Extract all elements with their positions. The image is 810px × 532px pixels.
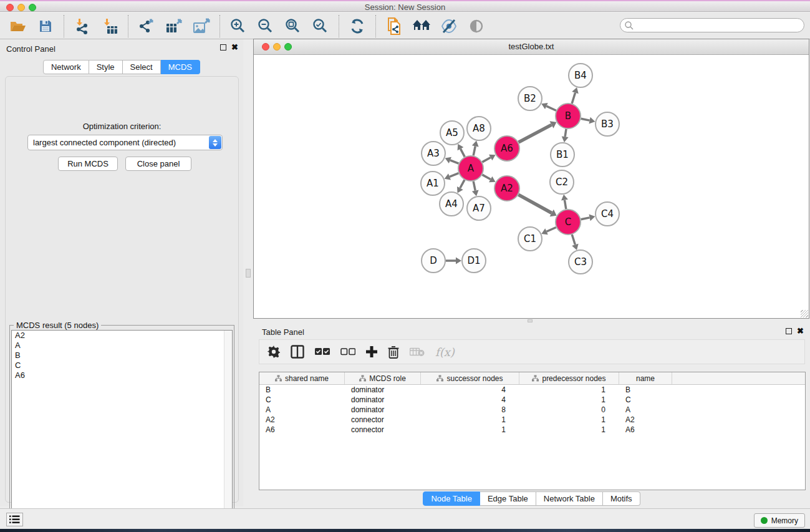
table-cell[interactable]: 4	[421, 385, 519, 395]
export-table-icon[interactable]	[165, 17, 183, 36]
graph-edge[interactable]	[450, 173, 458, 177]
mcds-result-item[interactable]: A	[12, 341, 232, 351]
import-table-icon[interactable]	[100, 17, 119, 36]
graph-edge[interactable]	[461, 149, 465, 157]
result-list-scrollbar[interactable]	[224, 331, 232, 532]
mcds-result-item[interactable]: C	[12, 360, 232, 370]
table-row[interactable]: A6connector11A6	[259, 425, 805, 435]
table-cell[interactable]: B	[619, 385, 672, 395]
graph-node-B[interactable]: B	[556, 104, 581, 128]
graph-node-A5[interactable]: A5	[440, 121, 464, 145]
column-browser-icon[interactable]	[291, 345, 304, 359]
destroy-table-icon[interactable]	[410, 347, 425, 357]
table-cell[interactable]: 1	[519, 385, 619, 395]
import-network-icon[interactable]	[73, 17, 92, 36]
vertical-splitter[interactable]	[243, 39, 253, 508]
graph-edge[interactable]	[572, 235, 575, 244]
mcds-result-item[interactable]: B	[12, 351, 232, 360]
column-header-successor-nodes[interactable]: successor nodes	[421, 372, 519, 384]
table-cell[interactable]: A	[259, 405, 345, 415]
export-network-icon[interactable]	[137, 17, 156, 36]
graph-edge[interactable]	[547, 227, 556, 231]
graph-node-C3[interactable]: C3	[569, 250, 592, 274]
zoom-fit-icon[interactable]	[284, 17, 302, 36]
table-row[interactable]: Cdominator41C	[259, 395, 805, 405]
tab-mcds[interactable]: MCDS	[161, 60, 200, 74]
close-panel-button[interactable]: Close panel	[125, 157, 191, 171]
run-mcds-button[interactable]: Run MCDS	[58, 157, 118, 171]
search-input[interactable]	[634, 20, 804, 31]
table-cell[interactable]: 8	[421, 405, 519, 415]
horizontal-splitter[interactable]	[253, 319, 810, 323]
table-cell[interactable]: 1	[519, 415, 619, 425]
add-column-icon[interactable]	[366, 346, 377, 357]
column-header-name[interactable]: name	[619, 372, 672, 384]
graph-edge[interactable]	[519, 125, 552, 142]
network-window-titlebar[interactable]: testGlobe.txt	[254, 39, 809, 55]
zoom-out-icon[interactable]	[256, 17, 275, 36]
window-resize-grip[interactable]	[801, 310, 808, 317]
graph-edge[interactable]	[482, 157, 490, 162]
select-all-rows-icon[interactable]	[315, 348, 330, 355]
open-session-icon[interactable]	[9, 17, 27, 36]
column-header-shared-name[interactable]: shared name	[259, 372, 345, 384]
graph-node-C2[interactable]: C2	[550, 170, 574, 194]
float-panel-icon[interactable]	[220, 44, 226, 51]
table-cell[interactable]: 1	[421, 415, 519, 425]
table-cell[interactable]: dominator	[345, 405, 421, 415]
save-session-icon[interactable]	[36, 17, 55, 36]
settings-gear-icon[interactable]	[268, 346, 280, 358]
tab-style[interactable]: Style	[89, 60, 123, 74]
birds-eye-view-icon[interactable]	[467, 17, 486, 36]
table-cell[interactable]: A	[619, 405, 672, 415]
graph-edge[interactable]	[564, 200, 566, 210]
splitter-grip[interactable]	[246, 269, 251, 278]
graph-node-A7[interactable]: A7	[467, 196, 491, 220]
table-cell[interactable]: 1	[519, 425, 619, 435]
graph-edge[interactable]	[473, 181, 475, 191]
table-row[interactable]: Adominator80A	[259, 405, 805, 415]
graph-edge[interactable]	[565, 129, 566, 137]
table-cell[interactable]: 4	[421, 395, 519, 405]
graph-node-B1[interactable]: B1	[551, 143, 574, 167]
close-panel-icon[interactable]: ✖	[231, 44, 238, 51]
show-graphics-details-icon[interactable]	[440, 17, 458, 36]
clone-network-icon[interactable]	[385, 17, 403, 36]
graph-node-A3[interactable]: A3	[422, 142, 445, 165]
deselect-all-rows-icon[interactable]	[340, 348, 355, 355]
table-cell[interactable]: C	[259, 395, 345, 405]
tab-edge-table[interactable]: Edge Table	[480, 491, 536, 506]
network-canvas[interactable]: AA1A2A3A4A5A6A7A8BB1B2B3B4CC1C2C3C4DD1	[254, 56, 808, 317]
column-header-MCDS-role[interactable]: MCDS role	[345, 372, 421, 384]
table-cell[interactable]: 1	[519, 395, 619, 405]
graph-edge[interactable]	[581, 218, 590, 220]
graph-edge[interactable]	[518, 195, 551, 213]
table-float-panel-icon[interactable]	[786, 328, 792, 334]
table-cell[interactable]: B	[259, 385, 345, 395]
table-cell[interactable]: C	[619, 395, 672, 405]
graph-node-C[interactable]: C	[556, 210, 581, 235]
graph-node-A4[interactable]: A4	[440, 192, 463, 216]
network-graph[interactable]: AA1A2A3A4A5A6A7A8BB1B2B3B4CC1C2C3C4DD1	[254, 56, 808, 317]
mcds-result-item[interactable]: A6	[12, 370, 232, 380]
graph-node-B4[interactable]: B4	[569, 64, 592, 87]
table-row[interactable]: A2connector11A2	[259, 415, 805, 425]
table-cell[interactable]: 0	[519, 405, 619, 415]
table-close-panel-icon[interactable]: ✖	[797, 328, 804, 334]
graph-node-A8[interactable]: A8	[467, 117, 491, 140]
function-builder-icon[interactable]: f(x)	[435, 346, 455, 359]
zoom-selected-icon[interactable]	[311, 17, 330, 36]
graph-edge[interactable]	[572, 93, 575, 104]
table-cell[interactable]: A2	[259, 415, 345, 425]
graph-node-B3[interactable]: B3	[595, 112, 619, 136]
table-cell[interactable]: 1	[421, 425, 519, 435]
home-icon[interactable]	[412, 17, 431, 36]
graph-node-A2[interactable]: A2	[494, 176, 519, 201]
graph-node-A6[interactable]: A6	[494, 136, 519, 161]
memory-button[interactable]: Memory	[754, 513, 805, 528]
graph-node-C1[interactable]: C1	[518, 227, 542, 251]
graph-node-C4[interactable]: C4	[595, 202, 619, 226]
refresh-icon[interactable]	[348, 17, 367, 36]
task-history-button[interactable]	[6, 513, 23, 526]
export-image-icon[interactable]	[192, 17, 211, 36]
